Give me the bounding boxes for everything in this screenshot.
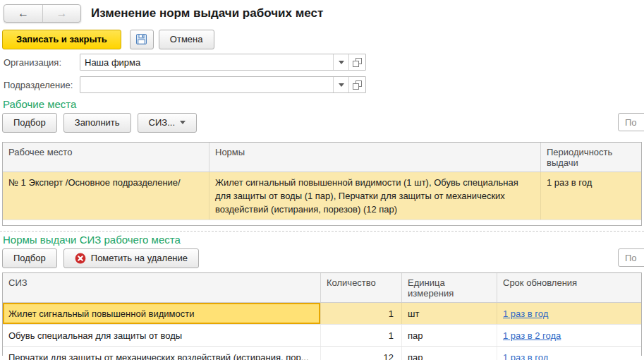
renewal-period-link[interactable]: 1 раз в 2 года [503,330,561,341]
department-combo [80,76,366,93]
norms-table: СИЗ Количество Единица измерения Срок об… [2,272,642,356]
workplace-cell[interactable]: № 1 Эксперт /Основное подразделение/ [3,172,209,220]
workplaces-fill-button[interactable]: Заполнить [63,113,131,133]
forward-arrow-icon: → [56,7,68,20]
floppy-disk-icon [135,33,147,45]
periodicity-cell[interactable]: 1 раз в год [540,172,641,220]
norms-section-title: Нормы выдачи СИЗ рабочего места [3,234,644,246]
unit-cell[interactable]: шт [401,303,497,324]
quantity-cell[interactable]: 12 [320,347,401,360]
workplaces-table-header: Рабочее место Нормы Периодичность выдачи [3,143,641,172]
organization-label: Организация: [4,57,80,68]
norms-command-bar: Подбор Пометить на удаление По [2,248,644,268]
column-header-unit[interactable]: Единица измерения [401,273,497,302]
workplaces-table: Рабочее место Нормы Периодичность выдачи… [2,142,642,226]
siz-cell-selected[interactable]: Жилет сигнальный повышенной видимости [3,303,320,324]
norms-pick-button[interactable]: Подбор [2,248,57,268]
department-input[interactable] [80,77,333,92]
save-and-close-button[interactable]: Записать и закрыть [2,30,121,49]
norms-search-input[interactable]: По [618,248,644,267]
column-header-periodicity[interactable]: Периодичность выдачи [540,143,641,172]
table-row[interactable]: Обувь специальная для защиты от воды 1 п… [3,325,641,347]
red-x-circle-icon [75,253,86,264]
department-open-button[interactable] [348,77,365,92]
organization-input[interactable] [80,54,333,70]
workplaces-pick-button[interactable]: Подбор [2,113,57,133]
siz-cell[interactable]: Обувь специальная для защиты от воды [3,325,320,346]
chevron-down-icon [339,83,344,87]
nav-history-group: ← → [4,4,81,23]
open-form-icon [353,80,362,90]
chevron-down-icon [180,121,186,124]
save-button[interactable] [130,30,154,49]
norms-cell[interactable]: Жилет сигнальный повышенной видимости (1… [209,172,540,220]
department-dropdown-button[interactable] [333,77,348,92]
organization-row: Организация: [4,54,644,71]
section-separator [0,231,644,232]
open-form-icon [353,58,362,67]
organization-combo [80,54,366,71]
unit-cell[interactable]: пар [401,325,497,346]
chevron-down-icon [339,61,344,64]
forward-button[interactable]: → [42,5,80,22]
column-header-quantity[interactable]: Количество [320,273,401,302]
siz-menu-button[interactable]: СИЗ... [138,113,197,133]
back-arrow-icon: ← [18,7,29,20]
column-header-norms[interactable]: Нормы [209,143,540,172]
cancel-button[interactable]: Отмена [159,30,214,49]
column-header-renewal[interactable]: Срок обновления [497,273,640,302]
department-row: Подразделение: [4,76,644,93]
workplaces-command-bar: Подбор Заполнить СИЗ... По [2,113,644,132]
mark-for-deletion-button[interactable]: Пометить на удаление [63,248,199,268]
table-row[interactable]: Жилет сигнальный повышенной видимости 1 … [3,303,641,325]
quantity-cell[interactable]: 1 [320,303,401,324]
page-title: Изменение норм выдачи рабочих мест [91,6,323,20]
form-toolbar: Записать и закрыть Отмена [2,29,644,49]
department-label: Подразделение: [4,80,80,90]
organization-open-button[interactable] [348,54,365,70]
back-button[interactable]: ← [4,5,42,22]
organization-dropdown-button[interactable] [333,54,348,70]
table-row[interactable]: Перчатки для защиты от механических возд… [3,347,641,360]
title-bar: ← → Изменение норм выдачи рабочих мест [0,0,644,23]
column-header-workplace[interactable]: Рабочее место [3,143,209,172]
workplaces-search-input[interactable]: По [618,113,644,131]
unit-cell[interactable]: пар [401,347,497,360]
renewal-period-link[interactable]: 1 раз в год [503,308,548,319]
renewal-period-link[interactable]: 1 раз в год [503,352,548,360]
table-row[interactable]: № 1 Эксперт /Основное подразделение/ Жил… [3,172,641,220]
quantity-cell[interactable]: 1 [320,325,401,346]
column-header-siz[interactable]: СИЗ [3,273,320,302]
siz-cell[interactable]: Перчатки для защиты от механических возд… [3,347,320,360]
workplaces-section-title: Рабочие места [3,98,644,110]
norms-table-header: СИЗ Количество Единица измерения Срок об… [3,273,641,303]
